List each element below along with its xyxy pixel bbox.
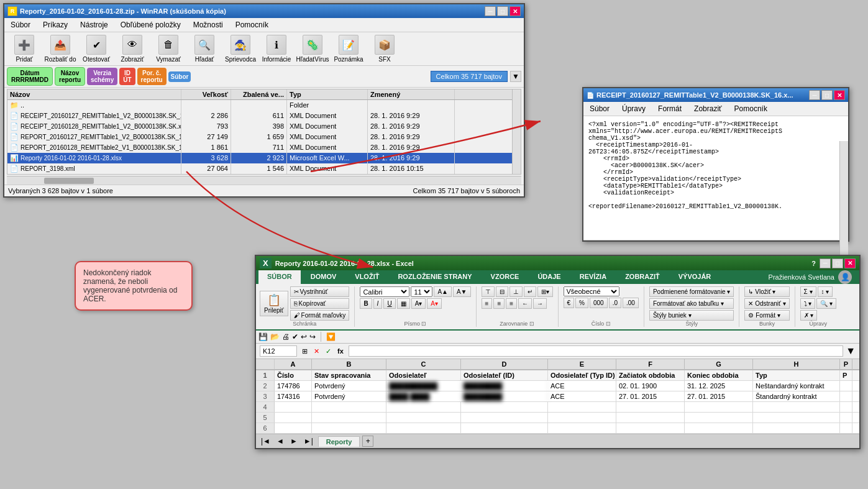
align-right-button[interactable]: ≡ bbox=[506, 298, 517, 309]
file-row[interactable]: 📄REPORT_20160127_REMITTable1_V2_B0000138… bbox=[7, 132, 521, 142]
merge-button[interactable]: ⊞▾ bbox=[537, 286, 553, 297]
align-bottom-button[interactable]: ⊥ bbox=[509, 286, 523, 297]
col-header-p[interactable]: P bbox=[840, 359, 852, 369]
cell-g2[interactable]: 31. 12. 2025 bbox=[685, 381, 753, 391]
italic-button[interactable]: I bbox=[373, 298, 383, 309]
cell-c5[interactable] bbox=[386, 413, 461, 423]
menu-moznosti[interactable]: Možnosti bbox=[190, 19, 227, 30]
save-quick-icon[interactable]: 💾 bbox=[258, 332, 268, 341]
sheet-first-button[interactable]: |◄ bbox=[258, 436, 273, 447]
header-size[interactable]: Veľkosť bbox=[181, 89, 231, 99]
col-header-b[interactable]: B bbox=[312, 359, 386, 369]
cell-p2[interactable] bbox=[840, 381, 852, 391]
number-format-select[interactable]: Všeobecné bbox=[564, 286, 619, 296]
receipt-maximize[interactable]: □ bbox=[821, 90, 833, 100]
pismo-expand-icon[interactable]: ⊡ bbox=[421, 321, 426, 327]
underline-button[interactable]: U bbox=[383, 298, 395, 309]
filter-icon[interactable]: 🔽 bbox=[326, 332, 336, 341]
cell-g3[interactable]: 27. 01. 2015 bbox=[685, 391, 753, 401]
increase-decimal-button[interactable]: .0 bbox=[609, 298, 621, 308]
format-cells-button[interactable]: ⚙ Formát ▾ bbox=[744, 310, 789, 321]
menu-nastroje[interactable]: Nástroje bbox=[76, 19, 112, 30]
cell-styles-button[interactable]: Štýly buniek ▾ bbox=[649, 310, 734, 321]
excel-close[interactable]: ✕ bbox=[844, 258, 856, 268]
formula-expand-button[interactable]: ⊞ bbox=[299, 347, 310, 355]
file-row[interactable]: 📄RECEIPT_20160128_REMITTable1_V2_B000013… bbox=[7, 121, 521, 132]
format-as-table-button[interactable]: Formátovať ako tabuľku ▾ bbox=[649, 298, 734, 309]
col-header-d[interactable]: D bbox=[461, 359, 548, 369]
cell-g6[interactable] bbox=[685, 423, 753, 433]
col-header-g[interactable]: G bbox=[685, 359, 753, 369]
cell-a3[interactable]: 174316 bbox=[275, 391, 312, 401]
cell-a5[interactable] bbox=[275, 413, 312, 423]
cell-h2[interactable]: Neštandardný kontrakt bbox=[753, 381, 840, 391]
maximize-button[interactable]: □ bbox=[497, 6, 508, 16]
align-top-button[interactable]: ⊤ bbox=[482, 286, 495, 297]
align-middle-button[interactable]: ⊟ bbox=[496, 286, 508, 297]
header-packed[interactable]: Zbalená ve... bbox=[231, 89, 287, 99]
thousand-button[interactable]: 000 bbox=[590, 298, 608, 308]
cell-e1[interactable]: Odosielateľ (Typ ID) bbox=[548, 370, 616, 380]
zarovnanie-expand-icon[interactable]: ⊡ bbox=[529, 321, 534, 327]
tab-zobrazit[interactable]: ZOBRAZIŤ bbox=[616, 270, 669, 284]
vystrihnout-button[interactable]: ✂ Vystrihnúť bbox=[290, 286, 350, 297]
fill-button[interactable]: ⤵ ▾ bbox=[800, 298, 816, 309]
cell-f1[interactable]: Začiatok obdobia bbox=[616, 370, 685, 380]
cell-e2[interactable]: ACE bbox=[548, 381, 616, 391]
tab-udaje[interactable]: ÚDAJE bbox=[529, 270, 569, 284]
sheet-prev-button[interactable]: ◄ bbox=[274, 436, 286, 447]
formula-expand-arrow[interactable]: ▼ bbox=[846, 345, 856, 357]
align-left-button[interactable]: ≡ bbox=[482, 298, 493, 309]
add-sheet-button[interactable]: + bbox=[362, 436, 373, 447]
cell-a4[interactable] bbox=[275, 402, 312, 412]
receipt-menu-format[interactable]: Formát bbox=[654, 103, 685, 114]
file-row[interactable]: 📄REPORT_20160128_REMITTable2_V1_B0000138… bbox=[7, 142, 521, 153]
check-quick-icon[interactable]: ✔ bbox=[292, 332, 298, 341]
indent-more-button[interactable]: → bbox=[533, 298, 547, 309]
open-quick-icon[interactable]: 📂 bbox=[270, 332, 280, 341]
font-family-select[interactable]: Calibri bbox=[360, 286, 409, 297]
sheet-tab-reporty[interactable]: Reporty bbox=[318, 436, 360, 447]
header-name[interactable]: Názov bbox=[7, 89, 181, 99]
cell-h1[interactable]: Typ bbox=[753, 370, 840, 380]
horizontal-scrollbar[interactable] bbox=[7, 176, 521, 185]
cell-f2[interactable]: 02. 01. 1900 bbox=[616, 381, 685, 391]
cell-f4[interactable] bbox=[616, 402, 685, 412]
toolbar-sprievodca[interactable]: 🧙 Sprievodca bbox=[224, 35, 257, 63]
col-header-a[interactable]: A bbox=[275, 359, 312, 369]
redo-quick-icon[interactable]: ↪ bbox=[309, 332, 316, 341]
border-button[interactable]: ▦ bbox=[397, 298, 410, 309]
cell-c6[interactable] bbox=[386, 423, 461, 433]
indent-less-button[interactable]: ← bbox=[518, 298, 532, 309]
toolbar-hladatvirus[interactable]: 🦠 HľadatVírus bbox=[296, 35, 329, 63]
font-color-button[interactable]: A▾ bbox=[427, 298, 442, 309]
toolbar-vymazat[interactable]: 🗑 Vymazať bbox=[152, 35, 185, 63]
delete-cells-button[interactable]: ✕ Odstraniť ▾ bbox=[744, 298, 789, 309]
excel-help-icon[interactable]: ? bbox=[811, 260, 816, 267]
font-size-select[interactable]: 11 bbox=[411, 286, 432, 297]
cell-d2[interactable]: ████████ bbox=[461, 381, 548, 391]
cell-p4[interactable] bbox=[840, 402, 852, 412]
col-header-e[interactable]: E bbox=[548, 359, 616, 369]
cell-b4[interactable] bbox=[312, 402, 386, 412]
toolbar-hladat[interactable]: 🔍 Hľadať bbox=[188, 35, 221, 63]
conditional-format-button[interactable]: Podmienené formátovanie ▾ bbox=[649, 286, 734, 297]
tab-vyvojar[interactable]: VÝVOJÁR bbox=[670, 270, 720, 284]
cell-e4[interactable] bbox=[548, 402, 616, 412]
cell-e3[interactable]: ACE bbox=[548, 391, 616, 401]
col-header-f[interactable]: F bbox=[616, 359, 685, 369]
receipt-menu-zobrazit[interactable]: Zobraziť bbox=[690, 103, 726, 114]
fill-color-button[interactable]: A▾ bbox=[411, 298, 426, 309]
align-center-button[interactable]: ≡ bbox=[493, 298, 505, 309]
path-dropdown-button[interactable]: ▼ bbox=[510, 71, 521, 82]
cell-a1[interactable]: Číslo bbox=[275, 370, 312, 380]
cell-d1[interactable]: Odosielateľ (ID) bbox=[461, 370, 548, 380]
cell-e5[interactable] bbox=[548, 413, 616, 423]
bold-button[interactable]: B bbox=[360, 298, 372, 309]
cell-c4[interactable] bbox=[386, 402, 461, 412]
kopirovat-button[interactable]: ⎘ Kopírovať bbox=[290, 298, 350, 309]
decrease-font-button[interactable]: A▼ bbox=[453, 286, 471, 297]
decrease-decimal-button[interactable]: .00 bbox=[623, 298, 639, 308]
receipt-minimize[interactable]: ─ bbox=[809, 90, 820, 100]
print-quick-icon[interactable]: 🖨 bbox=[282, 332, 290, 341]
